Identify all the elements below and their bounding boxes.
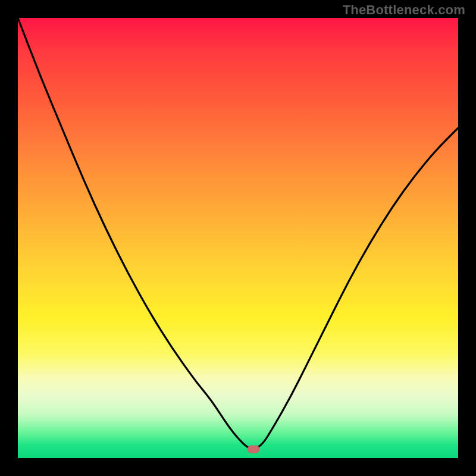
plot-area: [18, 18, 458, 458]
chart-frame: TheBottleneck.com: [0, 0, 476, 476]
bottleneck-curve-path: [18, 18, 458, 449]
curve-svg: [18, 18, 458, 458]
minimum-marker: [248, 446, 259, 453]
watermark-text: TheBottleneck.com: [343, 2, 465, 18]
